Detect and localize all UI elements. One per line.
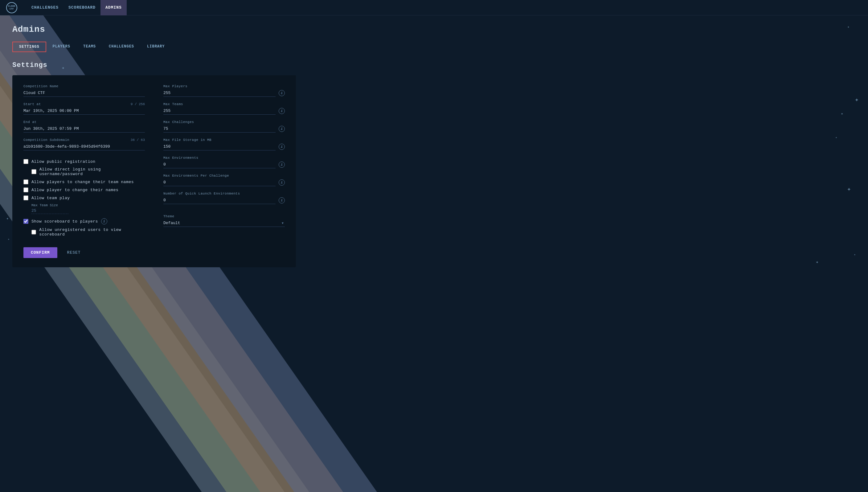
subdomain-input[interactable] xyxy=(23,143,145,150)
max-team-size-label: Max Team Size xyxy=(31,203,145,207)
button-row: CONFIRM RESET xyxy=(23,247,145,258)
allow-team-play-checkbox[interactable] xyxy=(23,195,28,200)
allow-change-team-checkbox[interactable] xyxy=(23,179,28,184)
section-title: Settings xyxy=(12,62,856,69)
quick-launch-label: Number of Quick Launch Environments xyxy=(164,192,285,195)
allow-public-reg-label: Allow public registration xyxy=(31,159,96,164)
max-environments-field: Max Environments i xyxy=(164,156,285,168)
tab-library[interactable]: LIBRARY xyxy=(141,42,171,52)
tab-players[interactable]: PLAYERS xyxy=(46,42,77,52)
reset-button[interactable]: RESET xyxy=(62,247,86,258)
subdomain-counter: 36 / 63 xyxy=(131,138,145,142)
competition-name-input[interactable] xyxy=(23,90,145,97)
max-environments-info-icon[interactable]: i xyxy=(279,162,285,168)
max-players-field: Max Players i xyxy=(164,84,285,97)
page-title: Admins xyxy=(12,25,856,34)
max-file-storage-info-icon[interactable]: i xyxy=(279,144,285,150)
left-column: Competition Name Start at 9 / 256 End at… xyxy=(23,84,145,258)
theme-select-wrapper: Default Dark Light xyxy=(164,220,285,227)
end-at-input[interactable] xyxy=(23,125,145,132)
subdomain-field: Competition Subdomain 36 / 63 xyxy=(23,138,145,150)
allow-unreg-scoreboard-label: Allow unregistered users to view scorebo… xyxy=(39,227,145,237)
max-envs-per-challenge-input-row: i xyxy=(164,179,285,186)
max-teams-input[interactable] xyxy=(164,107,276,115)
max-challenges-label: Max Challenges xyxy=(164,120,285,124)
allow-direct-login-group: Allow direct login using username/passwo… xyxy=(31,167,145,176)
confirm-button[interactable]: CONFIRM xyxy=(23,247,57,258)
show-scoreboard-info-icon[interactable]: i xyxy=(101,218,107,224)
max-envs-per-challenge-field: Max Environments Per Challenge i xyxy=(164,174,285,186)
right-column: Max Players i Max Teams i Max xyxy=(164,84,285,258)
competition-name-field: Competition Name xyxy=(23,84,145,97)
show-scoreboard-group: Show scoreboard to players i xyxy=(23,218,145,224)
max-file-storage-field: Max File Storage in MB i xyxy=(164,138,285,150)
max-file-storage-input-row: i xyxy=(164,143,285,150)
end-at-label: End at xyxy=(23,120,145,124)
logo: CLOUDCTF xyxy=(6,2,17,13)
max-teams-info-icon[interactable]: i xyxy=(279,108,285,114)
nav-admins[interactable]: ADMINS xyxy=(100,0,127,16)
settings-panel: Competition Name Start at 9 / 256 End at… xyxy=(12,75,296,267)
tab-challenges[interactable]: CHALLENGES xyxy=(102,42,141,52)
quick-launch-field: Number of Quick Launch Environments i xyxy=(164,192,285,204)
allow-change-name-checkbox[interactable] xyxy=(23,188,28,192)
max-challenges-info-icon[interactable]: i xyxy=(279,126,285,132)
theme-label: Theme xyxy=(164,215,285,218)
max-challenges-field: Max Challenges i xyxy=(164,120,285,132)
tab-teams[interactable]: TEAMS xyxy=(77,42,102,52)
max-players-input-row: i xyxy=(164,90,285,97)
start-at-label: Start at xyxy=(23,102,145,106)
max-teams-label: Max Teams xyxy=(164,102,285,106)
page-content: Admins SETTINGS PLAYERS TEAMS CHALLENGES… xyxy=(0,16,868,276)
theme-select[interactable]: Default Dark Light xyxy=(164,220,285,227)
show-scoreboard-checkbox[interactable] xyxy=(23,219,28,224)
allow-unreg-scoreboard-checkbox[interactable] xyxy=(31,230,36,235)
navbar: CLOUDCTF CHALLENGES SCOREBOARD ADMINS xyxy=(0,0,868,16)
max-envs-per-challenge-info-icon[interactable]: i xyxy=(279,179,285,186)
allow-direct-login-label: Allow direct login using username/passwo… xyxy=(40,167,145,176)
allow-team-play-group: Allow team play xyxy=(23,195,145,200)
quick-launch-input-row: i xyxy=(164,197,285,204)
start-at-input[interactable] xyxy=(23,107,145,115)
max-environments-input-row: i xyxy=(164,161,285,168)
start-at-field: Start at 9 / 256 xyxy=(23,102,145,115)
subdomain-label: Competition Subdomain xyxy=(23,138,145,142)
allow-change-name-label: Allow player to change their names xyxy=(31,188,118,192)
end-at-field: End at xyxy=(23,120,145,132)
show-scoreboard-label: Show scoreboard to players xyxy=(31,219,98,224)
max-teams-input-row: i xyxy=(164,107,285,115)
max-file-storage-label: Max File Storage in MB xyxy=(164,138,285,142)
max-players-label: Max Players xyxy=(164,84,285,88)
allow-unreg-scoreboard-group: Allow unregistered users to view scorebo… xyxy=(31,227,145,237)
max-team-size-input[interactable] xyxy=(31,208,69,214)
max-file-storage-input[interactable] xyxy=(164,143,276,150)
max-envs-per-challenge-label: Max Environments Per Challenge xyxy=(164,174,285,177)
allow-team-play-label: Allow team play xyxy=(31,196,70,200)
competition-name-label: Competition Name xyxy=(23,84,145,88)
theme-field: Theme Default Dark Light xyxy=(164,215,285,227)
allow-direct-login-checkbox[interactable] xyxy=(31,169,36,174)
nav-challenges[interactable]: CHALLENGES xyxy=(26,0,64,16)
logo-icon: CLOUDCTF xyxy=(6,2,17,13)
max-environments-input[interactable] xyxy=(164,161,276,168)
allow-change-team-label: Allow players to change their team names xyxy=(31,180,134,184)
nav-scoreboard[interactable]: SCOREBOARD xyxy=(64,0,100,16)
max-challenges-input-row: i xyxy=(164,125,285,132)
max-teams-field: Max Teams i xyxy=(164,102,285,115)
max-players-counter: 9 / 256 xyxy=(131,102,145,106)
max-challenges-input[interactable] xyxy=(164,125,276,132)
sub-tabs: SETTINGS PLAYERS TEAMS CHALLENGES LIBRAR… xyxy=(12,42,856,52)
tab-settings[interactable]: SETTINGS xyxy=(12,42,46,52)
max-team-size-group: Max Team Size xyxy=(31,203,145,214)
max-players-input[interactable] xyxy=(164,90,276,97)
allow-public-reg-group: Allow public registration xyxy=(23,159,145,164)
quick-launch-info-icon[interactable]: i xyxy=(279,197,285,203)
allow-change-team-group: Allow players to change their team names xyxy=(23,179,145,184)
max-envs-per-challenge-input[interactable] xyxy=(164,179,276,186)
quick-launch-input[interactable] xyxy=(164,197,276,204)
settings-grid: Competition Name Start at 9 / 256 End at… xyxy=(23,84,285,258)
checkboxes-group: Allow public registration Allow direct l… xyxy=(23,159,145,240)
allow-public-reg-checkbox[interactable] xyxy=(23,159,28,164)
allow-change-name-group: Allow player to change their names xyxy=(23,188,145,192)
max-players-info-icon[interactable]: i xyxy=(279,90,285,96)
